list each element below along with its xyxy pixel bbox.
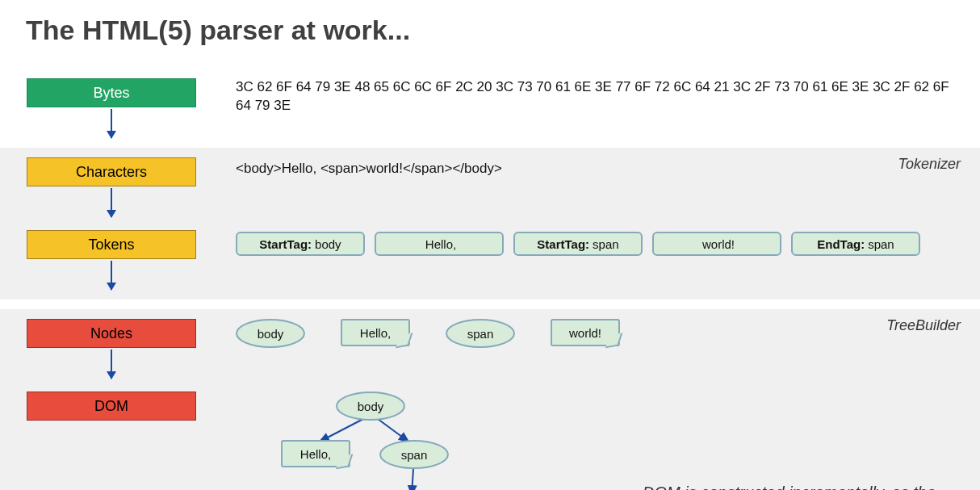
stage-dom: DOM [27, 392, 196, 421]
dom-node-hello: Hello, [281, 440, 350, 467]
row-bytes: Bytes 3C 62 6F 64 79 3E 48 65 6C 6C 6F 2… [0, 69, 980, 148]
row-nodes: Nodes TreeBuilder body Hello, span world… [0, 309, 980, 388]
stage-characters: Characters [27, 157, 196, 186]
node-ellipse: span [446, 319, 515, 348]
row-dom: DOM body Hello, span world! DOM is const… [0, 388, 980, 490]
stage-nodes: Nodes [27, 319, 196, 348]
node-rect: world! [551, 319, 620, 346]
stage-tokens: Tokens [27, 230, 196, 259]
token: Hello, [375, 232, 504, 256]
node-rect: Hello, [341, 319, 410, 346]
dom-caption: DOM is constructed incrementally, as the… [643, 482, 949, 490]
page-title: The HTML(5) parser at work... [26, 15, 980, 46]
stage-bytes: Bytes [27, 78, 196, 107]
token: world! [652, 232, 781, 256]
arrow-down-icon [111, 350, 112, 379]
token: StartTag:span [513, 232, 643, 256]
token: StartTag:body [236, 232, 365, 256]
characters-string: <body>Hello, <span>world!</span></body> [236, 161, 965, 177]
arrow-down-icon [111, 188, 112, 217]
svg-line-2 [412, 469, 413, 490]
node-ellipse: body [236, 319, 305, 348]
arrow-down-icon [111, 109, 112, 138]
svg-line-0 [320, 419, 363, 442]
arrow-down-icon [111, 261, 112, 290]
bytes-hex: 3C 62 6F 64 79 3E 48 65 6C 6C 6F 2C 20 3… [236, 78, 965, 115]
svg-line-1 [378, 419, 408, 442]
treebuilder-label: TreeBuilder [886, 317, 961, 334]
tokenizer-label: Tokenizer [898, 156, 961, 173]
row-tokens: Tokens StartTag:body Hello, StartTag:spa… [0, 227, 980, 299]
dom-node-span: span [379, 440, 449, 469]
token: EndTag:span [791, 232, 920, 256]
dom-node-body: body [336, 392, 405, 421]
row-characters: Characters Tokenizer <body>Hello, <span>… [0, 148, 980, 227]
